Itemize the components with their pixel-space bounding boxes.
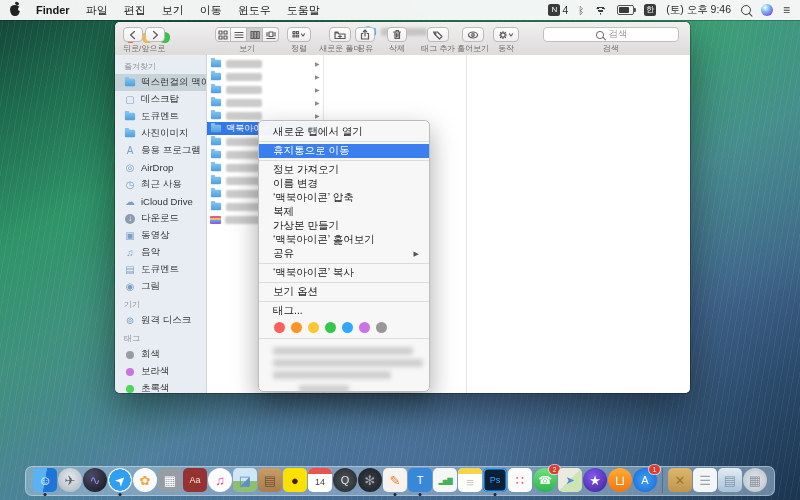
tag-color-swatch[interactable] xyxy=(308,322,319,333)
sidebar-item[interactable]: ↓다운로드 xyxy=(115,210,206,227)
menu-finder[interactable]: Finder xyxy=(36,4,70,16)
sidebar-item[interactable]: 회색 xyxy=(115,346,206,363)
menu-item[interactable]: ‘맥북아이콘’ 복사 xyxy=(259,266,429,280)
dock-documents-stack[interactable]: ☰ xyxy=(693,468,717,492)
dock-package-box[interactable]: ✕ xyxy=(668,468,692,492)
dock-dictionary[interactable]: Aa xyxy=(183,468,207,492)
search-input[interactable]: 검색 xyxy=(543,27,679,42)
menu-window[interactable]: 윈도우 xyxy=(238,3,271,18)
apple-menu-icon[interactable] xyxy=(10,5,20,16)
dock-siri[interactable]: ∿ xyxy=(83,468,107,492)
menu-item[interactable]: 복제 xyxy=(259,205,429,219)
battery-icon[interactable] xyxy=(617,5,634,15)
dock-contacts[interactable]: ▤ xyxy=(258,468,282,492)
file-row[interactable]: ▶ xyxy=(207,70,262,83)
delete-button[interactable] xyxy=(387,27,407,42)
view-list-button[interactable] xyxy=(231,27,247,42)
dock-appstore[interactable]: A1 xyxy=(633,468,657,492)
file-row[interactable]: ▶ xyxy=(207,83,262,96)
file-row[interactable] xyxy=(207,148,262,161)
share-button[interactable] xyxy=(355,27,375,42)
dock-finder[interactable]: ☺ xyxy=(33,468,57,492)
dock-text-editor[interactable]: ✎ xyxy=(383,468,407,492)
dock-photoshop[interactable]: Ps xyxy=(483,468,507,492)
dock-notes[interactable]: ≡ xyxy=(458,468,482,492)
file-row[interactable] xyxy=(207,135,262,148)
menu-item[interactable]: 휴지통으로 이동 xyxy=(259,144,429,158)
menu-item[interactable]: 태그... xyxy=(259,304,429,318)
menu-item[interactable]: ‘맥북아이콘’ 훑어보기 xyxy=(259,233,429,247)
quick-look-button[interactable] xyxy=(462,27,484,42)
spotlight-icon[interactable] xyxy=(741,5,751,15)
dock-calculator[interactable]: ▦ xyxy=(158,468,182,492)
menu-edit[interactable]: 편집 xyxy=(124,3,146,18)
tag-color-swatch[interactable] xyxy=(342,322,353,333)
view-icons-button[interactable] xyxy=(215,27,231,42)
dock-minimized-window[interactable]: ▤ xyxy=(718,468,742,492)
siri-icon[interactable] xyxy=(761,4,773,16)
status-app-badge[interactable]: N 4 xyxy=(548,4,568,16)
dock-keynote[interactable]: T xyxy=(408,468,432,492)
forward-button[interactable] xyxy=(145,27,165,42)
view-columns-button[interactable] xyxy=(247,27,263,42)
menu-item[interactable]: 이름 변경 xyxy=(259,177,429,191)
tag-color-swatch[interactable] xyxy=(291,322,302,333)
menu-go[interactable]: 이동 xyxy=(200,3,222,18)
file-row[interactable] xyxy=(207,200,262,213)
bluetooth-icon[interactable]: ᛒ xyxy=(578,5,584,16)
dock-calendar[interactable]: 14 xyxy=(308,468,332,492)
sidebar-item[interactable]: ▤도큐멘트 xyxy=(115,261,206,278)
menu-item[interactable]: 공유▶ xyxy=(259,247,429,261)
dock-launchpad[interactable]: ✈ xyxy=(58,468,82,492)
dock-preview[interactable]: ◪ xyxy=(233,468,257,492)
menu-item[interactable]: 가상본 만들기 xyxy=(259,219,429,233)
file-row[interactable]: ▶ xyxy=(207,96,262,109)
back-button[interactable] xyxy=(123,27,143,42)
tag-color-swatch[interactable] xyxy=(274,322,285,333)
new-folder-button[interactable] xyxy=(329,27,351,42)
sidebar-item[interactable]: 떡스런걸의 맥이야기 xyxy=(115,74,206,91)
sidebar-item[interactable]: ⊚원격 디스크 xyxy=(115,312,206,329)
view-coverflow-button[interactable] xyxy=(263,27,279,42)
column-divider[interactable] xyxy=(466,55,467,393)
dock-reminders[interactable]: ∷ xyxy=(508,468,532,492)
tag-color-swatch[interactable] xyxy=(376,322,387,333)
sidebar-item[interactable]: 도큐멘트 xyxy=(115,108,206,125)
dock-settings-wheel[interactable]: ✻ xyxy=(358,468,382,492)
action-button[interactable] xyxy=(493,27,519,42)
menu-help[interactable]: 도움말 xyxy=(287,3,320,18)
wifi-icon[interactable] xyxy=(594,5,607,15)
file-row[interactable]: ▶ xyxy=(207,109,262,122)
dock-safari[interactable]: ➤ xyxy=(108,468,132,492)
sidebar-item[interactable]: ▣동영상 xyxy=(115,227,206,244)
notification-center-icon[interactable]: ≡ xyxy=(783,5,790,15)
input-source-icon[interactable]: 한 xyxy=(644,4,656,16)
dock-maps[interactable]: ➤ xyxy=(558,468,582,492)
dock-facetime[interactable]: ☎2 xyxy=(533,468,557,492)
file-row[interactable] xyxy=(207,174,262,187)
add-tag-button[interactable] xyxy=(427,27,449,42)
sidebar-item[interactable]: ▢데스크탑 xyxy=(115,91,206,108)
menu-bar-clock[interactable]: (토) 오후 9:46 xyxy=(666,3,731,17)
menu-view[interactable]: 보기 xyxy=(162,3,184,18)
sidebar-item[interactable]: A응용 프로그램 xyxy=(115,142,206,159)
menu-item[interactable]: 보기 옵션 xyxy=(259,285,429,299)
dock-numbers[interactable]: ▂▅▇ xyxy=(433,468,457,492)
arrange-button[interactable] xyxy=(287,27,311,42)
sidebar-item[interactable]: ◉그림 xyxy=(115,278,206,295)
file-row[interactable]: ▶ xyxy=(207,57,262,70)
menu-file[interactable]: 파일 xyxy=(86,3,108,18)
file-row[interactable] xyxy=(207,161,262,174)
menu-item[interactable]: ‘맥북아이콘’ 압축 xyxy=(259,191,429,205)
dock-ibooks[interactable]: ⊔ xyxy=(608,468,632,492)
dock-itunes[interactable]: ♫ xyxy=(208,468,232,492)
menu-item[interactable]: 새로운 탭에서 열기 xyxy=(259,125,429,139)
dock-trash[interactable]: ▦ xyxy=(743,468,767,492)
sidebar-item[interactable]: 초록색 xyxy=(115,380,206,393)
sidebar-item[interactable]: ♫음악 xyxy=(115,244,206,261)
file-row[interactable] xyxy=(207,187,262,200)
tag-color-swatch[interactable] xyxy=(359,322,370,333)
dock-quicktime[interactable]: Q xyxy=(333,468,357,492)
sidebar-item[interactable]: ☁iCloud Drive xyxy=(115,193,206,210)
sidebar-item[interactable]: 보라색 xyxy=(115,363,206,380)
